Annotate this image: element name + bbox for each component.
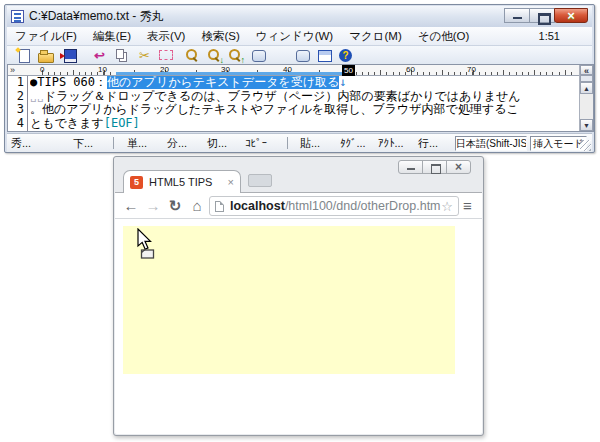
url-path: /html100/dnd/otherDrop.htm: [285, 199, 441, 213]
newline-mark-icon: ↓: [339, 76, 346, 89]
encoding-indicator: 日本語(Shift-JIS): [455, 136, 527, 151]
status-button[interactable]: ｺﾋﾟｰ: [245, 134, 267, 152]
ruler-label: 30: [221, 65, 230, 74]
selected-text: 他のアプリからテキストデータを受け取る: [107, 76, 339, 89]
copy-icon[interactable]: [114, 48, 131, 63]
search-icon[interactable]: [183, 48, 200, 63]
status-button[interactable]: ｱｸﾄ...: [378, 134, 404, 152]
cut-icon[interactable]: ✂: [136, 48, 153, 63]
browser-close-button[interactable]: [446, 160, 471, 174]
tab-title: HTML5 TIPS: [149, 176, 224, 188]
ruler-label: 70: [467, 65, 476, 74]
line-text: ともできます: [30, 116, 104, 130]
address-bar[interactable]: localhost/html100/dnd/otherDrop.htm ☆: [209, 196, 459, 216]
browser-maximize-button[interactable]: [422, 160, 447, 174]
line-number-gutter: 1 2 3 4: [8, 76, 28, 131]
drop-target-area[interactable]: [123, 226, 455, 374]
undo-icon[interactable]: ↩: [91, 48, 108, 63]
browser-viewport: [115, 219, 482, 434]
menu-window[interactable]: ウィンドウ(W): [248, 29, 341, 44]
line-number: 4: [8, 117, 24, 131]
search-next-icon[interactable]: ↓: [205, 48, 222, 63]
close-button[interactable]: [554, 8, 588, 23]
search-prev-icon[interactable]: ↑: [226, 48, 243, 63]
line-text: 。他のアプリからドラッグしたテキストやファイルを取得し、ブラウザ内部で処理するこ: [30, 102, 519, 116]
help-icon[interactable]: ?: [339, 49, 352, 62]
maximize-button[interactable]: [529, 8, 555, 23]
ruler-label: 20: [160, 65, 169, 74]
open-file-icon[interactable]: [37, 48, 54, 63]
scroll-down-icon[interactable]: ▼: [580, 119, 593, 131]
ruler: » 0 10 20 30 40 50 60 70: [8, 65, 579, 76]
bookmark-star-icon[interactable]: ☆: [441, 199, 453, 214]
clock: 1:51: [539, 27, 560, 45]
status-button[interactable]: ﾀｸﾞ...: [340, 134, 366, 152]
text-line: ●TIPS 060：他のアプリからテキストデータを受け取る↓: [30, 76, 578, 90]
page-icon: [215, 201, 224, 212]
line-number: 2: [8, 90, 24, 104]
menu-other[interactable]: その他(O): [410, 29, 478, 44]
html5-favicon: 5: [130, 176, 143, 189]
vertical-scrollbar[interactable]: « ▲ ▼: [579, 65, 593, 131]
ruler-label: 60: [406, 65, 415, 74]
ruler-left-mark[interactable]: »: [10, 65, 15, 75]
menu-edit[interactable]: 編集(E): [85, 29, 139, 44]
status-button[interactable]: 秀...: [11, 134, 31, 152]
back-icon[interactable]: ←: [121, 195, 141, 216]
status-button[interactable]: 分...: [167, 134, 187, 152]
line-text: ドラッグ＆ドロップできるのは、ブラウザ（ページ）内部の要素ばかりではありません: [44, 89, 520, 103]
ruler-label: 40: [283, 65, 292, 74]
drag-drop-cursor-icon: [136, 228, 158, 260]
line-number: 1: [8, 76, 24, 90]
window-tile-icon[interactable]: [294, 48, 311, 63]
text-line: ともできます[EOF]: [30, 117, 578, 131]
window-list-icon[interactable]: [250, 48, 267, 63]
editor-toolbar: ↩ ✂ ↓ ↑ ?: [7, 45, 592, 64]
resize-grip[interactable]: [580, 140, 591, 151]
url-host: localhost: [230, 199, 285, 213]
browser-window: 5 HTML5 TIPS × ← → ↻ ⌂ localhost/html100…: [113, 156, 484, 436]
status-button[interactable]: 行...: [418, 134, 438, 152]
ruler-label: 10: [98, 65, 107, 74]
eof-mark: [EOF]: [104, 116, 140, 130]
status-button[interactable]: 単...: [127, 134, 147, 152]
text-line: ␣␣ドラッグ＆ドロップできるのは、ブラウザ（ページ）内部の要素ばかりではありませ…: [30, 90, 578, 104]
split-window-icon[interactable]: [316, 48, 333, 63]
status-button[interactable]: 下...: [73, 134, 93, 152]
text-editing-area[interactable]: ●TIPS 060：他のアプリからテキストデータを受け取る↓ ␣␣ドラッグ＆ドロ…: [30, 76, 578, 131]
editor-menubar: ファイル(F) 編集(E) 表示(V) 検索(S) ウィンドウ(W) マクロ(M…: [7, 27, 592, 45]
minimize-button[interactable]: [504, 8, 530, 23]
desktop: C:¥Data¥memo.txt - 秀丸 ファイル(F) 編集(E) 表示(V…: [0, 0, 600, 442]
editor-text-body: » 0 10 20 30 40 50 60 70 1 2 3 4: [7, 64, 594, 132]
ruler-selection-range: [116, 72, 350, 75]
browser-minimize-button[interactable]: [398, 160, 423, 174]
tab-close-icon[interactable]: ×: [224, 176, 234, 188]
editor-statusbar: 秀... 下... 単... 分... 切... ｺﾋﾟｰ 貼... ﾀｸﾞ..…: [7, 133, 592, 152]
line-number: 3: [8, 103, 24, 117]
menu-macro[interactable]: マクロ(M): [341, 29, 410, 44]
text-line: 。他のアプリからドラッグしたテキストやファイルを取得し、ブラウザ内部で処理するこ: [30, 103, 578, 117]
new-tab-button[interactable]: [248, 174, 272, 187]
ruler-cursor-column: 50: [342, 65, 355, 76]
editor-titlebar[interactable]: C:¥Data¥memo.txt - 秀丸: [7, 6, 592, 27]
browser-toolbar: ← → ↻ ⌂ localhost/html100/dnd/otherDrop.…: [115, 192, 482, 219]
menu-file[interactable]: ファイル(F): [7, 29, 85, 44]
fullwidth-space-marks: ␣␣: [30, 91, 44, 102]
selection-mode-icon[interactable]: [159, 50, 173, 60]
browser-menu-icon[interactable]: ≡: [458, 196, 477, 216]
scroll-up-icon[interactable]: ▲: [580, 82, 593, 94]
new-file-icon[interactable]: [15, 48, 32, 63]
reload-icon[interactable]: ↻: [165, 195, 185, 216]
ruler-right-mark[interactable]: «: [580, 65, 593, 75]
split-handle[interactable]: [580, 75, 593, 82]
status-button[interactable]: 切...: [207, 134, 227, 152]
ruler-label: 0: [40, 65, 44, 74]
menu-view[interactable]: 表示(V): [139, 29, 193, 44]
home-icon[interactable]: ⌂: [187, 195, 207, 216]
menu-search[interactable]: 検索(S): [193, 29, 247, 44]
save-file-icon[interactable]: [60, 48, 77, 63]
status-button[interactable]: 貼...: [300, 134, 320, 152]
forward-icon[interactable]: →: [143, 195, 163, 216]
browser-tab[interactable]: 5 HTML5 TIPS ×: [123, 170, 241, 193]
editor-window: C:¥Data¥memo.txt - 秀丸 ファイル(F) 編集(E) 表示(V…: [4, 4, 595, 153]
